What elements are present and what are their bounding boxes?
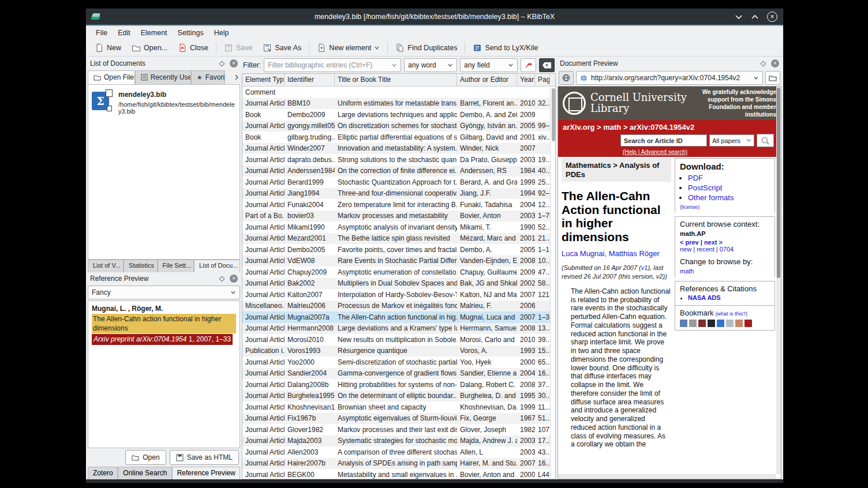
table-row[interactable]: Journal ArticleVdEW08Rare Events in Stoc… xyxy=(242,256,550,267)
tab-zotero[interactable]: Zotero xyxy=(88,467,118,479)
filter-field-mode-select[interactable]: any field xyxy=(460,58,518,72)
close-panel-icon[interactable]: × xyxy=(771,59,779,67)
table-row[interactable]: Journal ArticleYoo2000Semi-discretizatio… xyxy=(242,356,550,368)
preview-style-select[interactable]: Fancy xyxy=(88,286,240,299)
table-row[interactable]: Journal Articlegyongy.millet05On discret… xyxy=(242,121,550,132)
other-formats-link[interactable]: Other formats xyxy=(688,193,770,202)
close-icon[interactable]: × xyxy=(767,12,777,22)
url-input[interactable]: http://arxiv.org/search?query=arXiv:0704… xyxy=(576,71,763,85)
delicious-icon[interactable] xyxy=(717,320,724,327)
tab-list-of-documents[interactable]: List of Docu... xyxy=(194,260,240,272)
table-row[interactable]: Journal ArticleMikami1990Asymptotic anal… xyxy=(242,222,550,233)
menu-edit[interactable]: Edit xyxy=(113,27,136,39)
menu-element[interactable]: Element xyxy=(136,27,173,39)
table-row[interactable]: Journal ArticleBurghelea1995On the deter… xyxy=(242,391,550,402)
table-row[interactable]: Journal ArticleGlover1982Markov processe… xyxy=(242,424,550,436)
table-row[interactable]: Journal ArticleBEGK00Metastability and s… xyxy=(242,469,550,479)
bibsonomy-icon[interactable] xyxy=(698,320,706,327)
cornell-logo-text[interactable]: Cornell University Library xyxy=(590,92,687,114)
go-button[interactable] xyxy=(559,71,574,85)
tab-scroll-left-icon[interactable] xyxy=(225,72,233,83)
minimize-icon[interactable] xyxy=(735,14,743,20)
save-button[interactable]: Save xyxy=(219,41,258,55)
float-panel-icon[interactable] xyxy=(219,61,225,66)
open-file-button[interactable] xyxy=(765,71,780,85)
table-row[interactable]: Comment xyxy=(242,87,550,98)
table-row[interactable]: Journal ArticleFunaki2004Zero temperatur… xyxy=(242,199,550,211)
maximize-icon[interactable] xyxy=(751,14,759,20)
tab-file-settings[interactable]: File Sett... xyxy=(158,260,194,272)
license-link[interactable]: (license) xyxy=(680,204,699,210)
tab-reference-preview[interactable]: Reference Preview xyxy=(172,467,240,479)
table-row[interactable]: Journal ArticleDembo2005Favorite points,… xyxy=(242,244,550,256)
bibtex-filter-button[interactable] xyxy=(521,58,536,72)
table-row[interactable]: Journal ArticleBak2002Multipliers in Dua… xyxy=(242,278,550,290)
postscript-link[interactable]: PostScript xyxy=(688,183,770,192)
citeulike-icon[interactable] xyxy=(680,320,687,327)
col-pages[interactable]: Pages xyxy=(535,74,550,86)
list-item[interactable]: Σ mendeley3.bib /home/fish/git/kbibtex/t… xyxy=(92,89,236,115)
table-row[interactable]: Journal ArticleSandier2004Gamma-converge… xyxy=(242,368,550,380)
tab-statistics[interactable]: Statistics xyxy=(124,260,157,272)
float-panel-icon[interactable] xyxy=(761,61,766,66)
close-panel-icon[interactable]: × xyxy=(230,59,238,67)
open-button[interactable]: Open... xyxy=(126,41,173,55)
webview-scrollbar[interactable] xyxy=(776,87,781,474)
table-row[interactable]: Journal ArticleMezard2001The Bethe latti… xyxy=(242,233,550,245)
save-as-html-button[interactable]: Save as HTML xyxy=(170,450,239,465)
table-row[interactable]: Journal Articledaprato.debus...Strong so… xyxy=(242,154,550,166)
table-row[interactable]: Journal ArticleFix1967bAsymptotic eigenv… xyxy=(242,413,550,425)
arxiv-search-input[interactable]: Search or Article ID xyxy=(620,134,707,147)
table-row[interactable]: Publication i...Voros1993Résurgence quan… xyxy=(242,346,550,357)
col-identifier[interactable]: Identifier xyxy=(285,74,335,86)
table-row[interactable]: Journal ArticleMorosi2010New results on … xyxy=(242,334,550,346)
arxiv-scope-select[interactable]: All papers xyxy=(709,134,754,147)
connotea-icon[interactable] xyxy=(689,320,697,327)
title-bar[interactable]: mendeley3.bib [/home/fish/git/kbibtex/te… xyxy=(86,9,783,25)
table-row[interactable]: Journal ArticleMugnai2007aThe Allen-Cahn… xyxy=(242,311,550,323)
mendeley-icon[interactable] xyxy=(708,320,715,327)
table-row[interactable]: BookDembo2009Large deviations techniques… xyxy=(242,109,550,121)
menu-help[interactable]: Help xyxy=(209,27,234,39)
pdf-link[interactable]: PDF xyxy=(688,174,770,182)
bookmark-hint-link[interactable]: (what is this?) xyxy=(716,311,748,317)
nav-links[interactable]: new | recent | 0704 xyxy=(680,246,770,253)
table-row[interactable]: Part of a Bo...bovier03Markov processes … xyxy=(242,211,550,222)
table-row[interactable]: Journal ArticleBerard1999Stochastic Quan… xyxy=(242,177,550,188)
tab-scroll-right-icon[interactable] xyxy=(233,72,240,83)
save-as-button[interactable]: Save As xyxy=(257,41,306,55)
col-element-type[interactable]: Element Type xyxy=(242,74,285,86)
table-row[interactable]: Journal ArticleJiang1994Three-and four-d… xyxy=(242,188,550,200)
math-link[interactable]: math xyxy=(680,268,770,275)
arxiv-help-links[interactable]: (Help | Advanced search) xyxy=(623,149,776,155)
clear-filter-button[interactable]: × xyxy=(539,58,555,72)
table-row[interactable]: Journal ArticleMajda2003Systematic strat… xyxy=(242,436,550,447)
nasa-ads-link[interactable]: NASA ADS xyxy=(688,294,770,301)
table-row[interactable]: Journal ArticleChapuy2009Asymptotic enum… xyxy=(242,266,550,278)
prev-next-links[interactable]: < prev | next > xyxy=(680,239,770,246)
table-row[interactable]: Bookgilbarg.truding...Elliptic partial d… xyxy=(242,132,550,143)
table-row[interactable]: Journal ArticleHairer2007bAnalysis of SP… xyxy=(242,458,550,470)
close-button[interactable]: Close xyxy=(173,41,214,55)
tab-recently-used[interactable]: Recently Used xyxy=(135,70,191,84)
float-panel-icon[interactable] xyxy=(219,276,225,281)
table-row[interactable]: Miscellaneo...Malrieu2006Processus de Ma… xyxy=(242,301,550,312)
menu-file[interactable]: File xyxy=(91,27,113,39)
table-row[interactable]: Journal ArticleBBM10Uniform estimates fo… xyxy=(242,98,550,110)
sciencewise-icon[interactable] xyxy=(744,320,752,327)
digg-icon[interactable] xyxy=(726,320,734,327)
table-scrollbar[interactable] xyxy=(550,87,555,479)
send-to-lyx-button[interactable]: Send to LyX/Kile xyxy=(467,41,543,55)
tab-list-of-values[interactable]: List of V... xyxy=(88,260,124,272)
table-row[interactable]: Journal ArticleKhoshnevisan1...Brownian … xyxy=(242,401,550,413)
open-reference-button[interactable]: Open xyxy=(125,450,166,465)
close-panel-icon[interactable]: × xyxy=(230,275,238,283)
new-element-button[interactable]: New element xyxy=(312,41,385,55)
arxiv-search-button[interactable] xyxy=(757,134,774,147)
tab-favorites[interactable]: ★ Favori xyxy=(191,70,225,84)
filter-input[interactable]: Filter bibliographic entries (Ctrl+F) xyxy=(264,58,401,72)
col-author[interactable]: Author or Editor xyxy=(457,74,517,86)
table-row[interactable]: Journal ArticleAllen2003A comparison of … xyxy=(242,446,550,458)
table-row[interactable]: Journal ArticleWinder2007Innovation and … xyxy=(242,143,550,155)
reddit-icon[interactable] xyxy=(735,320,743,327)
